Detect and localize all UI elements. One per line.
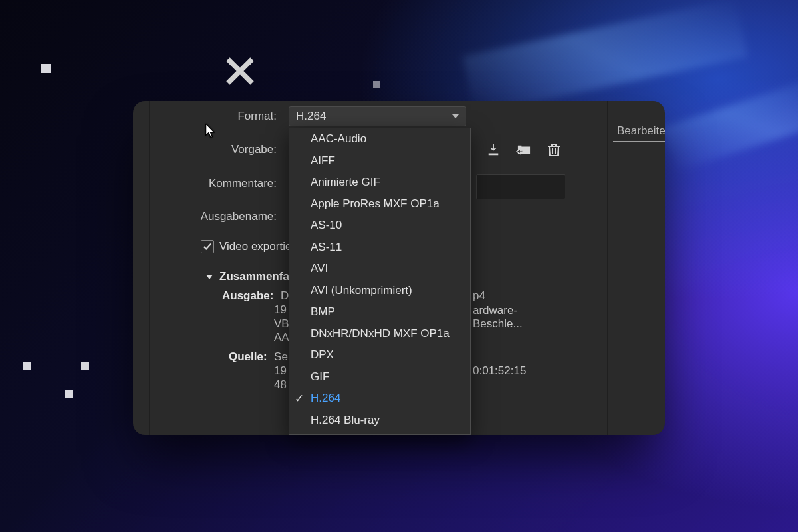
format-option[interactable]: DPX — [289, 344, 470, 366]
format-option[interactable]: ✓H.264 — [289, 388, 470, 410]
label-source: Quelle: — [229, 350, 267, 363]
tab-edit[interactable]: Bearbeite — [613, 121, 665, 142]
summary-line: 48 — [274, 378, 288, 392]
format-dropdown[interactable]: H.264 — [289, 106, 466, 126]
format-option[interactable]: AS-10 — [289, 215, 470, 237]
format-option-label: AAC-Audio — [311, 132, 366, 146]
label-format: Format: — [144, 110, 277, 123]
decor-square — [23, 362, 31, 370]
chevron-down-icon — [452, 114, 459, 118]
summary-title: Zusammenfa — [219, 270, 289, 283]
export-video-label: Video exportie — [219, 240, 291, 253]
format-option-label: DPX — [311, 348, 334, 362]
format-option[interactable]: AS-11 — [289, 237, 470, 259]
close-icon[interactable] — [221, 52, 259, 90]
download-icon[interactable] — [486, 143, 501, 156]
summary-source: Se — [274, 350, 288, 363]
decor-square — [81, 362, 89, 370]
format-option-label: H.264 — [311, 392, 340, 405]
tab-label: Bearbeite — [617, 124, 665, 138]
label-output: Ausgabe: — [222, 289, 273, 302]
format-option-label: Apple ProRes MXF OP1a — [311, 198, 440, 211]
format-option-label: DNxHR/DNxHD MXF OP1a — [311, 327, 450, 340]
format-option[interactable]: AIFF — [289, 150, 470, 172]
summary-line: 19 — [274, 364, 288, 378]
format-option-label: AVI (Unkomprimiert) — [311, 284, 412, 297]
divider — [607, 101, 608, 435]
export-video-checkbox[interactable] — [201, 240, 214, 253]
format-option-label: AS-11 — [311, 241, 342, 254]
summary-timecode: 0:01:52:15 — [473, 364, 526, 378]
summary-ext: p4 — [473, 289, 485, 303]
chevron-down-icon — [206, 275, 213, 279]
format-option[interactable]: HEVC (H.265) — [289, 431, 470, 435]
summary-toggle[interactable]: Zusammenfa — [206, 270, 289, 283]
format-selected-value: H.264 — [296, 110, 326, 123]
format-option[interactable]: BMP — [289, 301, 470, 323]
format-option[interactable]: DNxHR/DNxHD MXF OP1a — [289, 323, 470, 345]
format-option[interactable]: H.264 Blu-ray — [289, 410, 470, 432]
label-output-name: Ausgabename: — [144, 210, 277, 223]
trash-icon[interactable] — [547, 142, 561, 157]
format-option-label: H.264 Blu-ray — [311, 414, 380, 427]
label-comments: Kommentare: — [144, 177, 277, 190]
decor-square — [41, 64, 51, 73]
format-option[interactable]: AVI (Unkomprimiert) — [289, 280, 470, 302]
decor-square — [65, 390, 73, 398]
folder-arrow-icon[interactable] — [515, 143, 533, 156]
format-option-label: AIFF — [311, 154, 335, 168]
format-option[interactable]: Apple ProRes MXF OP1a — [289, 194, 470, 215]
decor-square — [373, 81, 380, 88]
format-option-label: AS-10 — [311, 219, 342, 232]
checkmark-icon: ✓ — [295, 392, 304, 406]
format-option[interactable]: AAC-Audio — [289, 128, 470, 150]
format-option[interactable]: AVI — [289, 258, 470, 280]
summary-hw: ardware-Beschle... — [473, 304, 565, 331]
format-option-label: Animierte GIF — [311, 176, 380, 189]
label-preset: Vorgabe: — [144, 143, 277, 156]
format-option[interactable]: Animierte GIF — [289, 172, 470, 194]
format-dropdown-menu[interactable]: AAC-AudioAIFFAnimierte GIFApple ProRes M… — [289, 128, 471, 435]
format-option[interactable]: GIF — [289, 366, 470, 388]
format-option-label: BMP — [311, 305, 335, 319]
format-option-label: AVI — [311, 262, 328, 275]
format-option-label: GIF — [311, 370, 329, 384]
comments-input[interactable] — [476, 174, 565, 200]
